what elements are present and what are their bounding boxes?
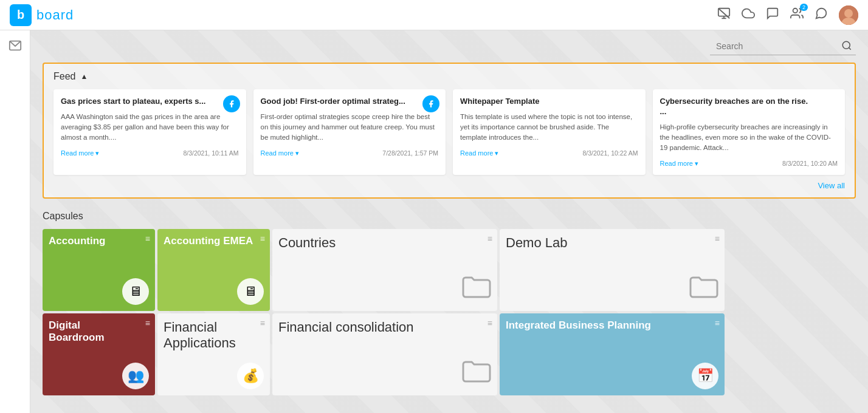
readmore-chevron-icon: ▾ (95, 149, 99, 157)
sidebar-mail-icon[interactable] (9, 39, 22, 55)
capsule-financial-apps[interactable]: ≡ Financial Applications 💰 (157, 313, 270, 395)
svg-point-4 (793, 9, 797, 13)
feed-card-date-2: 8/3/2021, 10:22 AM (582, 149, 638, 157)
capsule-name-ibp: Integrated Business Planning (506, 319, 718, 332)
feed-card-body-0: AAA Washington said the gas prices in th… (61, 112, 239, 143)
capsule-accounting-emea[interactable]: ≡ Accounting EMEA 🖥 (157, 229, 270, 311)
svg-point-9 (842, 41, 850, 49)
capsule-demolab[interactable]: ≡ Demo Lab (500, 229, 725, 311)
feed-card-icon-1 (422, 95, 439, 112)
feed-card-footer-0: Read more ▾ 8/3/2021, 10:11 AM (61, 149, 239, 157)
feed-card[interactable]: Good job! First-order optimal strateg...… (253, 89, 446, 175)
feed-title: Feed (53, 71, 75, 82)
feed-card-body-1: First-order optimal strategies scope cre… (261, 112, 439, 143)
feed-header: Feed ▲ (53, 71, 845, 82)
search-container (43, 38, 856, 55)
capsule-digital-boardroom[interactable]: ≡ DigitalBoardroom 👥 (43, 313, 155, 395)
feed-card-title-3: Cybersecurity breaches are on the rise. … (660, 97, 838, 117)
capsule-name-digital-boardroom: DigitalBoardroom (49, 319, 149, 344)
users-icon[interactable]: 2 (790, 7, 804, 23)
feed-section: Feed ▲ Gas prices start to plateau, expe… (43, 63, 856, 199)
feed-card-date-3: 8/3/2021, 10:20 AM (782, 160, 838, 167)
capsule-name-demolab: Demo Lab (506, 235, 718, 251)
user-avatar[interactable] (839, 5, 858, 25)
users-badge: 2 (800, 4, 808, 11)
feed-card-body-2: This template is used where the topic is… (460, 112, 638, 143)
capsule-icon-financial-apps: 💰 (237, 363, 264, 389)
feed-view-all[interactable]: View all (53, 181, 845, 190)
sidebar (0, 30, 30, 413)
capsule-countries[interactable]: ≡ Countries (272, 229, 497, 311)
feed-cards: Gas prices start to plateau, experts s..… (53, 89, 845, 175)
svg-point-6 (844, 9, 853, 18)
feed-card-footer-3: Read more ▾ 8/3/2021, 10:20 AM (660, 160, 838, 168)
feed-card-readmore-2[interactable]: Read more ▾ (460, 149, 498, 157)
search-icon[interactable] (841, 40, 852, 53)
feed-card[interactable]: Gas prices start to plateau, experts s..… (53, 89, 246, 175)
feed-card-date-0: 8/3/2021, 10:11 AM (183, 149, 238, 157)
brand-name: board (36, 7, 74, 23)
logo-letter: b (17, 8, 24, 22)
capsule-icon-ibp: 📅 (692, 363, 718, 389)
search-input[interactable] (710, 38, 856, 55)
feed-card-icon-0 (223, 95, 240, 112)
monitor-icon[interactable] (717, 7, 731, 23)
feed-card-title-0: Gas prices start to plateau, experts s..… (61, 97, 239, 107)
feed-card[interactable]: Whitepaper Template This template is use… (453, 89, 646, 175)
capsules-title: Capsules (43, 211, 856, 222)
feed-card-body-3: High-profile cybersecurity breaches are … (660, 122, 838, 154)
capsule-name-financial-apps: Financial Applications (164, 319, 264, 352)
cloud-icon[interactable] (742, 7, 755, 23)
capsule-accounting[interactable]: ≡ Accounting 🖥 (43, 229, 155, 311)
feed-card-readmore-1[interactable]: Read more ▾ (261, 149, 299, 157)
readmore-chevron-icon: ▾ (295, 149, 299, 157)
capsule-name-financial-con: Financial consolidation (278, 319, 491, 335)
search-wrapper (710, 38, 856, 55)
topnav: b board (0, 0, 868, 30)
capsule-folder-demolab (689, 273, 718, 305)
feed-card-date-1: 7/28/2021, 1:57 PM (382, 149, 438, 157)
feed-card-readmore-0[interactable]: Read more ▾ (61, 149, 99, 157)
readmore-chevron-icon: ▾ (695, 160, 698, 168)
capsule-folder-financial-con (462, 357, 491, 389)
logo-box[interactable]: b (10, 4, 32, 26)
feed-chevron-icon[interactable]: ▲ (80, 72, 88, 81)
capsule-name-accounting-emea: Accounting EMEA (164, 235, 264, 247)
layout: Feed ▲ Gas prices start to plateau, expe… (0, 30, 868, 413)
topnav-icons: 2 (717, 5, 858, 25)
capsules-grid: ≡ Accounting 🖥 ≡ Accounting EMEA 🖥 ≡ Cou… (43, 229, 856, 395)
capsule-financial-con[interactable]: ≡ Financial consolidation (272, 313, 497, 395)
capsule-ibp[interactable]: ≡ Integrated Business Planning 📅 (500, 313, 725, 395)
capsule-icon-accounting: 🖥 (122, 278, 149, 305)
capsule-icon-digital-boardroom: 👥 (122, 363, 149, 389)
message-icon[interactable] (766, 7, 779, 23)
feed-card-title-2: Whitepaper Template (460, 97, 638, 107)
readmore-chevron-icon: ▾ (495, 149, 498, 157)
chat-icon[interactable] (815, 7, 828, 23)
main-content: Feed ▲ Gas prices start to plateau, expe… (30, 30, 868, 413)
capsule-folder-countries (462, 273, 491, 305)
feed-card[interactable]: Cybersecurity breaches are on the rise. … (653, 89, 846, 175)
feed-card-title-1: Good job! First-order optimal strateg... (261, 97, 439, 107)
main-inner: Feed ▲ Gas prices start to plateau, expe… (43, 38, 856, 395)
feed-card-footer-2: Read more ▾ 8/3/2021, 10:22 AM (460, 149, 638, 157)
feed-card-footer-1: Read more ▾ 7/28/2021, 1:57 PM (261, 149, 439, 157)
capsule-icon-accounting-emea: 🖥 (237, 278, 264, 305)
capsule-name-countries: Countries (278, 235, 491, 251)
capsule-name-accounting: Accounting (49, 235, 149, 247)
svg-line-10 (849, 47, 850, 49)
feed-card-readmore-3[interactable]: Read more ▾ (660, 160, 698, 168)
